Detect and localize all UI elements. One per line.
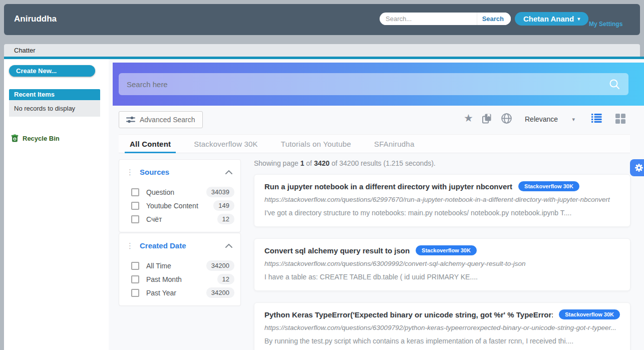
sidebar-item-recycle-bin[interactable]: Recycle Bin [11,134,60,142]
result-card: Python Keras TypeError('Expected binary … [254,302,630,350]
chevron-down-icon: ▾ [572,116,575,123]
filter-label: Youtube Content [146,202,213,210]
tab-stackoverflow-30k[interactable]: Stackoverflow 30K [194,135,258,153]
filter-label: All Time [146,262,206,270]
summary-of: of [306,159,312,167]
filter-title: Created Date [140,241,224,250]
source-badge[interactable]: Stackoverflow 30K [559,309,620,319]
filter-label: Past Month [146,275,217,283]
create-new-button[interactable]: Create New... [9,65,95,77]
filter-count-badge: 149 [213,200,234,211]
result-snippet: I have a table as: CREATE TABLE db.table… [264,273,620,281]
result-title[interactable]: Convert sql alchemy query result to json [264,246,410,255]
summary-suffix: of 34200 results (1.215 seconds). [332,159,436,167]
filter-row: Past Year 34200 [119,286,240,299]
filter-label: Past Year [146,289,206,297]
checkbox[interactable] [131,275,139,283]
checkbox[interactable] [131,215,139,223]
results-summary: Showing page 1 of 3420 of 34200 results … [254,159,630,167]
summary-page-number: 1 [300,159,304,167]
hero-search-input[interactable] [119,80,608,89]
content-tabs: All Content Stackoverflow 30K Tutorials … [119,134,630,153]
tune-filter-icon [126,116,135,124]
widget-settings-button[interactable] [630,159,644,176]
checkbox[interactable] [131,262,139,270]
filter-panel-header: ⋮ Created Date [119,240,240,256]
filter-label: Счёт [146,215,217,223]
search-icon[interactable] [608,78,620,90]
result-url[interactable]: https://stackoverflow.com/questions/6299… [264,196,620,203]
filter-title: Sources [140,168,224,176]
filter-count-badge: 12 [217,214,234,224]
source-badge[interactable]: Stackoverflow 30K [416,245,477,255]
saved-bookmarks-icon[interactable] [481,113,492,124]
result-url[interactable]: https://stackoverflow.com/questions/6300… [264,324,620,331]
checkbox[interactable] [131,202,139,210]
tab-chatter[interactable]: Chatter [14,47,36,54]
advanced-search-button[interactable]: Advanced Search [119,111,203,128]
recent-items-empty-text: No records to display [9,100,100,117]
sidebar: Create New... Recent Items No records to… [4,59,109,350]
filter-row: Past Month 12 [119,272,240,286]
filter-count-badge: 34200 [206,260,234,271]
list-view-toggle[interactable] [591,114,602,123]
my-settings-link[interactable]: My Settings [589,21,622,28]
filter-row: All Time 34200 [119,259,240,272]
chevron-up-icon[interactable] [224,169,233,175]
global-search-button[interactable]: Search [477,13,511,25]
filter-row: Счёт 12 [119,212,240,226]
result-title[interactable]: Run a jupyter notebook in a different di… [264,182,512,191]
grid-view-toggle[interactable] [615,114,625,124]
source-badge[interactable]: Stackoverflow 30K [518,181,579,191]
filter-panel-created-date: ⋮ Created Date All Time 34200 Past Month… [119,233,241,306]
filter-panel-sources: ⋮ Sources Question 34039 Youtube Content… [119,159,241,232]
hero-search-box [119,73,628,95]
checkbox[interactable] [131,289,139,297]
drag-handle-icon[interactable]: ⋮ [126,169,134,176]
sort-dropdown[interactable]: Relevance ▾ [525,115,575,123]
filter-count-badge: 12 [217,274,234,284]
filter-count-badge: 34200 [206,287,234,298]
drag-handle-icon[interactable]: ⋮ [126,242,134,249]
globe-language-icon[interactable] [501,113,512,124]
result-title[interactable]: Python Keras TypeError('Expected binary … [264,310,553,319]
global-search-input[interactable] [380,15,477,23]
filters-column: ⋮ Sources Question 34039 Youtube Content… [119,159,241,306]
checkbox[interactable] [131,188,139,196]
user-menu-label: Chetan Anand [523,15,574,23]
app-header: Aniruddha Search Chetan Anand ▾ My Setti… [4,4,640,35]
results-column: Showing page 1 of 3420 of 34200 results … [254,159,630,350]
recycle-bin-icon [11,134,19,142]
filter-panel-header: ⋮ Sources [119,167,240,182]
tab-all-content[interactable]: All Content [130,135,171,153]
result-card: Run a jupyter notebook in a different di… [254,174,630,227]
user-menu-button[interactable]: Chetan Anand ▾ [515,12,588,26]
favorite-star-icon[interactable]: ★ [464,113,473,123]
filter-items: All Time 34200 Past Month 12 Past Year 3… [119,259,240,299]
hero-search-banner [113,63,644,106]
advanced-search-label: Advanced Search [140,116,195,124]
result-card: Convert sql alchemy query result to json… [254,238,630,291]
tab-tutorials-on-youtube[interactable]: Tutorials on Youtube [281,135,351,153]
result-snippet: I've got a directory structure to my not… [264,209,620,217]
filter-label: Question [146,188,206,196]
gear-icon [634,163,643,172]
tab-sfanirudha[interactable]: SFAnirudha [374,135,414,153]
result-snippet: By running the test.py script which cont… [264,337,620,345]
recycle-bin-label: Recycle Bin [23,135,60,142]
chevron-down-icon: ▾ [577,17,580,22]
summary-prefix: Showing page [254,159,298,167]
filter-count-badge: 34039 [206,187,234,197]
sort-selected-value: Relevance [525,115,558,123]
main-content: Advanced Search ★ Relevance ▾ [109,59,644,350]
filter-row: Question 34039 [119,185,240,199]
chatter-tab-bar: Chatter [4,44,640,57]
chevron-up-icon[interactable] [224,243,233,249]
filter-row: Youtube Content 149 [119,199,240,212]
recent-items-header: Recent Items [9,89,100,100]
page-title: Aniruddha [14,14,57,24]
filter-items: Question 34039 Youtube Content 149 Счёт … [119,185,240,226]
result-url[interactable]: https://stackoverflow.com/questions/6300… [264,260,620,267]
summary-total-pages: 3420 [314,159,330,167]
global-search: Search [380,13,511,25]
